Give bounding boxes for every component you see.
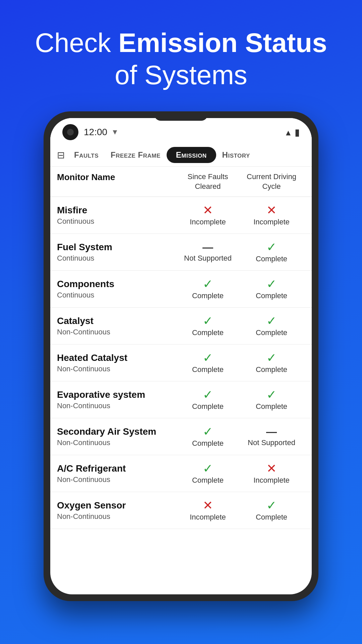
monitor-type: Continuous bbox=[57, 291, 178, 300]
table-row: Catalyst Non-Continuous ✓ Complete ✓ Com… bbox=[50, 308, 312, 344]
monitor-info: A/C Refrigerant Non-Continuous bbox=[57, 463, 178, 484]
since-status-label: Incomplete bbox=[190, 218, 226, 226]
check-icon: ✓ bbox=[203, 389, 213, 401]
monitor-type: Non-Continuous bbox=[57, 438, 178, 447]
table-row: Evaporative system Non-Continuous ✓ Comp… bbox=[50, 381, 312, 418]
tab-emission[interactable]: Emission bbox=[167, 147, 216, 163]
monitor-type: Non-Continuous bbox=[57, 401, 178, 410]
current-status-label: Not Supported bbox=[248, 438, 295, 447]
table-container: Monitor Name Since FaultsCleared Current… bbox=[50, 167, 312, 594]
phone-screen: 12:00 ▼ ▴ ▮ ⊟ Faults Freeze Frame Emissi… bbox=[50, 118, 312, 594]
current-status-label: Complete bbox=[256, 365, 287, 374]
battery-icon: ▮ bbox=[295, 127, 300, 138]
status-right-icons: ▴ ▮ bbox=[286, 127, 300, 138]
status-bar: 12:00 ▼ ▴ ▮ bbox=[50, 118, 312, 144]
x-icon: ✕ bbox=[266, 204, 277, 216]
since-status-cell: ✕ Incomplete bbox=[178, 499, 238, 522]
tab-freeze-frame[interactable]: Freeze Frame bbox=[105, 147, 167, 163]
current-status-cell: ✕ Incomplete bbox=[238, 463, 305, 485]
current-status-label: Complete bbox=[256, 291, 287, 300]
tab-history[interactable]: History bbox=[216, 147, 256, 163]
monitor-info: Components Continuous bbox=[57, 278, 178, 300]
current-status-cell: — Not Supported bbox=[238, 426, 305, 447]
monitor-type: Non-Continuous bbox=[57, 512, 178, 521]
monitor-type: Continuous bbox=[57, 217, 178, 226]
since-status-label: Complete bbox=[192, 476, 224, 485]
current-status-cell: ✓ Complete bbox=[238, 241, 305, 263]
monitor-type: Non-Continuous bbox=[57, 328, 178, 336]
current-status-cell: ✕ Incomplete bbox=[238, 204, 305, 226]
x-icon: ✕ bbox=[203, 204, 213, 216]
monitor-info: Heated Catalyst Non-Continuous bbox=[57, 352, 178, 374]
since-status-cell: ✕ Incomplete bbox=[178, 204, 238, 226]
check-icon: ✓ bbox=[266, 315, 277, 327]
table-row: Secondary Air System Non-Continuous ✓ Co… bbox=[50, 418, 312, 455]
table-row: Oxygen Sensor Non-Continuous ✕ Incomplet… bbox=[50, 492, 312, 529]
table-row: Heated Catalyst Non-Continuous ✓ Complet… bbox=[50, 344, 312, 381]
camera-icon bbox=[62, 124, 78, 140]
since-status-label: Not Supported bbox=[184, 254, 232, 263]
since-status-label: Complete bbox=[192, 402, 224, 411]
since-status-label: Complete bbox=[192, 439, 224, 448]
check-icon: ✓ bbox=[203, 463, 213, 475]
x-icon: ✕ bbox=[203, 499, 213, 512]
check-icon: ✓ bbox=[203, 352, 213, 364]
since-status-cell: ✓ Complete bbox=[178, 278, 238, 300]
since-status-label: Complete bbox=[192, 291, 224, 300]
wifi-icon: ▴ bbox=[286, 127, 291, 138]
phone-notch bbox=[154, 111, 208, 121]
table-rows: Misfire Continuous ✕ Incomplete ✕ Incomp… bbox=[50, 197, 312, 529]
monitor-name: Secondary Air System bbox=[57, 426, 178, 437]
hero-bold-emission: Emission bbox=[118, 28, 238, 58]
x-icon: ✕ bbox=[266, 463, 277, 475]
monitor-name: Catalyst bbox=[57, 315, 178, 327]
th-current-cycle: Current DrivingCycle bbox=[238, 172, 305, 191]
current-status-cell: ✓ Complete bbox=[238, 278, 305, 300]
dash-icon: — bbox=[266, 426, 277, 437]
check-icon: ✓ bbox=[266, 499, 277, 512]
since-status-label: Complete bbox=[192, 328, 224, 337]
check-icon: ✓ bbox=[266, 352, 277, 364]
table-row: Components Continuous ✓ Complete ✓ Compl… bbox=[50, 271, 312, 308]
monitor-info: Oxygen Sensor Non-Continuous bbox=[57, 500, 178, 521]
obd-icon: ⊟ bbox=[57, 150, 65, 161]
hero-section: Check Emission Status of Systems bbox=[0, 0, 362, 111]
monitor-type: Non-Continuous bbox=[57, 475, 178, 484]
monitor-type: Non-Continuous bbox=[57, 365, 178, 373]
hero-bold-status: Status bbox=[245, 28, 327, 58]
dash-icon: — bbox=[202, 242, 213, 253]
check-icon: ✓ bbox=[203, 278, 213, 290]
monitor-name: Oxygen Sensor bbox=[57, 500, 178, 511]
since-status-label: Complete bbox=[192, 365, 224, 374]
monitor-name: Heated Catalyst bbox=[57, 352, 178, 364]
monitor-info: Misfire Continuous bbox=[57, 205, 178, 226]
tab-faults[interactable]: Faults bbox=[68, 147, 105, 163]
status-time: 12:00 bbox=[84, 127, 107, 138]
monitor-type: Continuous bbox=[57, 254, 178, 263]
monitor-info: Evaporative system Non-Continuous bbox=[57, 389, 178, 411]
since-status-cell: ✓ Complete bbox=[178, 426, 238, 448]
since-status-cell: ✓ Complete bbox=[178, 315, 238, 337]
table-row: Misfire Continuous ✕ Incomplete ✕ Incomp… bbox=[50, 197, 312, 234]
current-status-label: Complete bbox=[256, 255, 287, 263]
current-status-label: Complete bbox=[256, 402, 287, 411]
table-row: Fuel System Continuous — Not Supported ✓… bbox=[50, 234, 312, 271]
since-status-cell: ✓ Complete bbox=[178, 389, 238, 411]
current-status-label: Complete bbox=[256, 513, 287, 522]
check-icon: ✓ bbox=[266, 241, 277, 253]
current-status-label: Complete bbox=[256, 328, 287, 337]
current-status-cell: ✓ Complete bbox=[238, 389, 305, 411]
nav-tabs: ⊟ Faults Freeze Frame Emission History bbox=[50, 144, 312, 167]
check-icon: ✓ bbox=[203, 426, 213, 438]
monitor-name: Components bbox=[57, 278, 178, 290]
monitor-info: Catalyst Non-Continuous bbox=[57, 315, 178, 337]
monitor-info: Fuel System Continuous bbox=[57, 241, 178, 263]
current-status-cell: ✓ Complete bbox=[238, 499, 305, 522]
current-status-cell: ✓ Complete bbox=[238, 315, 305, 337]
table-row: A/C Refrigerant Non-Continuous ✓ Complet… bbox=[50, 455, 312, 492]
since-status-cell: ✓ Complete bbox=[178, 352, 238, 374]
table-header: Monitor Name Since FaultsCleared Current… bbox=[50, 167, 312, 197]
monitor-name: Evaporative system bbox=[57, 389, 178, 400]
monitor-name: Fuel System bbox=[57, 241, 178, 253]
check-icon: ✓ bbox=[266, 278, 277, 290]
